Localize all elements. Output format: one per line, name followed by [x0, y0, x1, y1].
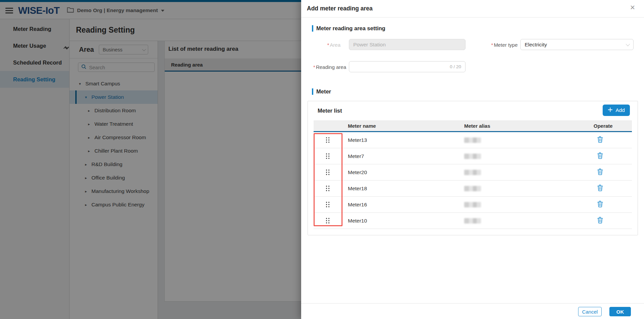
meter-name: Meter10 — [342, 218, 460, 224]
delete-icon[interactable] — [597, 136, 603, 143]
delete-icon[interactable] — [597, 217, 603, 224]
add-meter-button[interactable]: Add — [603, 105, 630, 116]
section-accent-bar — [312, 88, 313, 95]
operate-cell — [585, 201, 632, 209]
modal-footer: Cancel OK — [301, 303, 644, 319]
modal-header: Add meter reading area — [301, 0, 644, 17]
drag-handle[interactable] — [314, 202, 342, 207]
chevron-down-icon — [626, 42, 630, 46]
required-mark: * — [313, 64, 315, 70]
redacted-alias — [464, 170, 481, 175]
meter-alias — [460, 170, 585, 175]
area-field-value: Power Station — [353, 42, 386, 48]
section-meter: Meter — [312, 88, 331, 95]
meter-table-header: Meter name Meter alias Operate — [314, 120, 632, 132]
reading-area-input[interactable] — [353, 64, 447, 70]
meter-type-label: *Meter type — [469, 42, 518, 48]
screen: WISE-IoT Demo Org | Energy management En… — [0, 0, 644, 319]
meter-row-meter13: Meter13 — [314, 132, 632, 148]
delete-icon[interactable] — [597, 201, 603, 207]
meter-row-meter16: Meter16 — [314, 197, 632, 213]
meter-table: Meter name Meter alias Operate Meter13 — [314, 120, 632, 229]
meter-alias — [460, 154, 585, 159]
area-field: Power Station — [349, 39, 466, 50]
required-mark: * — [491, 42, 493, 48]
meter-name: Meter20 — [342, 169, 460, 175]
operate-cell — [585, 136, 632, 144]
redacted-alias — [464, 218, 481, 224]
meter-alias — [460, 202, 585, 207]
reading-area-label: *Reading area — [312, 64, 346, 70]
meter-alias — [460, 218, 585, 224]
drag-handle[interactable] — [314, 153, 342, 159]
meter-row-meter7: Meter7 — [314, 148, 632, 164]
required-mark: * — [327, 42, 329, 48]
redacted-alias — [464, 186, 481, 191]
column-header-operate: Operate — [585, 123, 632, 129]
delete-icon[interactable] — [597, 168, 603, 175]
drag-handle[interactable] — [314, 186, 342, 191]
column-header-meter-name: Meter name — [342, 123, 460, 129]
operate-cell — [585, 168, 632, 176]
meter-name: Meter13 — [342, 137, 460, 143]
operate-cell — [585, 185, 632, 193]
meter-type-select[interactable]: Electricity — [520, 39, 634, 50]
column-header-meter-alias: Meter alias — [460, 123, 585, 129]
meter-name: Meter18 — [342, 186, 460, 192]
meter-row-meter18: Meter18 — [314, 181, 632, 197]
meter-type-value: Electricity — [525, 42, 547, 48]
cancel-button[interactable]: Cancel — [578, 307, 602, 316]
section-label: Meter reading area setting — [316, 25, 385, 32]
meter-table-body: Meter13 Meter7 — [314, 132, 632, 229]
section-meter-reading-area-setting: Meter reading area setting — [312, 25, 385, 32]
modal-title: Add meter reading area — [307, 5, 372, 12]
section-accent-bar — [312, 25, 313, 32]
drag-handle[interactable] — [314, 218, 342, 224]
add-meter-reading-area-modal: Add meter reading area ✕ Meter reading a… — [301, 0, 644, 319]
section-label: Meter — [316, 88, 331, 95]
reading-area-field: 0 / 20 — [349, 61, 466, 72]
meter-alias — [460, 186, 585, 191]
area-field-label: *Area — [312, 42, 340, 48]
redacted-alias — [464, 202, 481, 207]
meter-alias — [460, 137, 585, 143]
delete-icon[interactable] — [597, 152, 603, 159]
meter-name: Meter7 — [342, 153, 460, 159]
meter-row-meter10: Meter10 — [314, 213, 632, 229]
plus-icon — [608, 107, 613, 114]
drag-handle[interactable] — [314, 169, 342, 175]
redacted-alias — [464, 154, 481, 159]
operate-cell — [585, 152, 632, 160]
meter-list-card: Meter list Add Meter name Meter alias Op… — [308, 101, 638, 235]
drag-handle[interactable] — [314, 137, 342, 143]
char-counter: 0 / 20 — [450, 64, 461, 69]
meter-list-title: Meter list — [318, 108, 342, 114]
redacted-alias — [464, 137, 481, 143]
close-icon[interactable]: ✕ — [630, 4, 635, 11]
add-button-label: Add — [615, 107, 625, 113]
meter-name: Meter16 — [342, 202, 460, 208]
delete-icon[interactable] — [597, 185, 603, 191]
operate-cell — [585, 217, 632, 225]
ok-button[interactable]: OK — [609, 307, 631, 316]
meter-row-meter20: Meter20 — [314, 164, 632, 181]
